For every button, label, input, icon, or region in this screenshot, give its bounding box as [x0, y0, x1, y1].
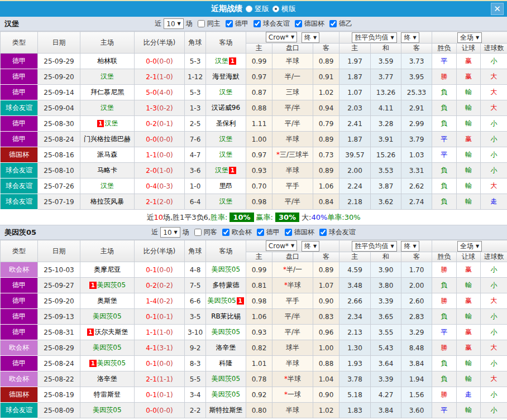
team-label: 奥斯堡 [97, 297, 117, 305]
odds-company-select[interactable]: Crow*▼ [266, 32, 297, 42]
mean-final-select[interactable]: 终▼ [401, 241, 419, 252]
league-filter-checkbox[interactable] [253, 20, 261, 27]
mean-type-select[interactable]: 胜平负均值▼ [352, 241, 396, 252]
goals-result: 小 [481, 325, 507, 340]
col-corner: 角球 [185, 32, 206, 54]
col-mean-draw: 和 [371, 44, 401, 54]
handicap-result: 赢 [457, 340, 481, 356]
team-label: 汉堡 [101, 104, 114, 112]
team-label: 门兴格拉德巴赫 [84, 135, 131, 143]
match-row: 欧会杯25-08-22洛辛堡2-1(1-1)5-5美因茨050.78*半球1.0… [1, 371, 507, 387]
corner-cell: 3-10 [185, 325, 206, 340]
mean-away-odds: 2.62 [401, 178, 432, 194]
score-cell: 0-0(0-0) [135, 54, 185, 69]
scope-select[interactable]: 全场▼ [457, 241, 482, 252]
mean-final-select[interactable]: 终▼ [401, 32, 419, 43]
layout-radio-vertical-label[interactable]: 竖版 [255, 4, 269, 14]
odds-final-select[interactable]: 终▼ [302, 32, 319, 43]
corner-cell: 5-3 [185, 54, 206, 69]
col-date: 日期 [38, 240, 80, 262]
same-side-checkbox[interactable] [194, 229, 202, 236]
col-type: 类型 [1, 240, 38, 262]
layout-radio-horizontal[interactable] [272, 6, 279, 12]
mean-type-select[interactable]: 胜平负均值▼ [352, 32, 396, 43]
card-badge: 1 [237, 297, 244, 305]
scope-select-value: 全场 [460, 33, 473, 42]
halftime-score: (0-2) [157, 297, 173, 305]
layout-radio-vertical[interactable] [246, 6, 252, 12]
fulltime-score: 0-0 [146, 136, 157, 143]
team-label: 美因茨05 [212, 265, 240, 273]
score-cell: 4-1(3-1) [135, 340, 185, 356]
handicap-result: 輸 [457, 100, 481, 116]
scope-select[interactable]: 全场▼ [457, 32, 482, 43]
match-row: 球会友谊25-08-10马略卡2-0(1-0)3-6汉堡10.93半球0.892… [1, 163, 507, 178]
col-ah-home: 主 [246, 44, 272, 54]
same-side-checkbox[interactable] [198, 20, 205, 27]
handicap-result: 輸 [457, 178, 481, 194]
scope-group-header: 全场▼ [432, 32, 507, 44]
team-label: 美因茨05 [97, 359, 126, 367]
league-filter-checkbox[interactable] [295, 20, 302, 27]
match-date: 25-08-31 [38, 325, 80, 340]
chevron-down-icon: ▼ [413, 35, 416, 40]
league-type-badge: 德甲 [1, 69, 38, 85]
league-filter-label: 球会友谊 [329, 228, 356, 237]
halftime-score: (0-2) [157, 104, 173, 112]
close-icon[interactable]: ✕ [491, 3, 504, 15]
handicap-result: 輸 [457, 356, 481, 371]
team-cell: 汉堡1 [206, 163, 246, 178]
ah-home-odds: 0.99 [246, 54, 272, 69]
mean-draw-odds: 3.28 [371, 116, 401, 132]
modal-titlebar: 近期战绩 竖版 横版 ✕ [0, 1, 507, 17]
odds-company-select[interactable]: Crow*▼ [266, 240, 297, 251]
ah-line: 平/半 [272, 194, 313, 210]
goals-result: 大 [481, 293, 507, 309]
ah-line: 半球 [272, 54, 313, 69]
mean-away-odds: 3.84 [401, 356, 432, 371]
match-row: 德甲25-08-301汉堡0-2(0-1)2-5圣保利1.11平/半0.792.… [1, 116, 507, 132]
recent-label: 近 [155, 19, 161, 28]
ah-away-odds: 0.84 [313, 194, 339, 210]
odds-final-select[interactable]: 终▼ [302, 241, 319, 252]
goals-result: 大 [481, 69, 507, 85]
fulltime-score: 2-1 [146, 198, 157, 206]
halftime-score: (0-2) [157, 282, 173, 289]
match-date: 25-08-29 [38, 340, 80, 356]
ah-away-odds: 0.88 [313, 356, 339, 371]
match-date: 25-09-20 [38, 293, 80, 309]
match-date: 25-09-20 [38, 69, 80, 85]
match-result: 負 [432, 278, 457, 293]
team-cell: 洛辛堡 [80, 371, 135, 387]
team-label: 拜仁慕尼黑 [90, 88, 124, 96]
card-badge: 1 [97, 120, 104, 127]
fulltime-score: 0-2 [146, 120, 157, 128]
league-type-badge: 德甲 [1, 278, 38, 293]
halftime-score: (0-0) [157, 57, 173, 65]
league-filter-checkbox[interactable] [257, 229, 264, 236]
handicap-result: 赢 [457, 325, 481, 340]
fulltime-score: 5-0 [146, 89, 157, 96]
col-type: 类型 [1, 32, 38, 54]
fulltime-score: 2-0 [146, 167, 157, 175]
recent-count-select[interactable]: 10▼ [164, 18, 183, 29]
ah-home-odds: 0.70 [246, 178, 272, 194]
recent-count-select[interactable]: 10▼ [160, 227, 180, 238]
ah-home-odds: 0.81 [246, 278, 272, 293]
league-filter-checkbox[interactable] [222, 229, 229, 236]
layout-radio-horizontal-label[interactable]: 横版 [281, 4, 296, 14]
score-cell: 1-4(0-2) [135, 293, 185, 309]
team-cell: 派马森 [80, 147, 135, 163]
goals-result: 小 [481, 147, 507, 163]
goals-result: 走 [481, 194, 507, 210]
mean-home-odds: 1.87 [339, 69, 371, 85]
league-filter-checkbox[interactable] [329, 20, 337, 27]
ah-home-odds: 0.93 [246, 325, 272, 340]
team-section-header: 近10▼场同主德甲球会友谊德国杯德乙 汉堡 [0, 17, 507, 31]
match-row: 球会友谊25-07-26汉堡0-4(0-3)1-0里昂0.70平手1.062.2… [1, 178, 507, 194]
same-side-label: 同主 [207, 19, 221, 28]
league-filter-checkbox[interactable] [285, 229, 292, 236]
league-filter-checkbox[interactable] [226, 20, 233, 27]
mean-group-header: 胜平负均值▼ 终▼ [339, 32, 432, 44]
league-filter-checkbox[interactable] [319, 229, 327, 236]
